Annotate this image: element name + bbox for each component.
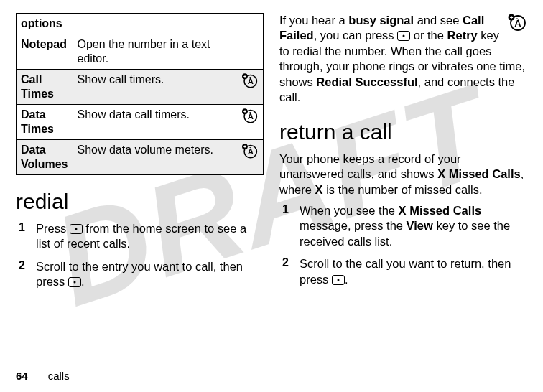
page-number: 64	[16, 370, 28, 382]
call-key-icon	[397, 31, 410, 41]
text: When you see the	[300, 204, 399, 217]
step-number: 2	[282, 256, 292, 287]
options-table: options NotepadOpen the number in a text…	[16, 13, 264, 175]
step-number: 1	[19, 221, 29, 252]
svg-text:À: À	[248, 77, 254, 85]
return-call-heading: return a call	[279, 120, 527, 144]
x-missed-calls-label: X Missed Calls	[437, 167, 521, 180]
text: and see	[414, 14, 463, 27]
table-row: Call TimesShow call timers.À+	[17, 70, 264, 105]
text: Show data volume meters.	[78, 144, 213, 156]
svg-text:+: +	[243, 109, 246, 114]
page-footer: 64calls	[16, 370, 70, 382]
section-name: calls	[48, 370, 70, 382]
operator-dependent-icon: À+	[240, 108, 259, 123]
text: or the	[410, 29, 447, 42]
return-call-body: Your phone keeps a record of your unansw…	[279, 151, 527, 197]
intro-paragraph: À+ If you hear a busy signal and see Cal…	[279, 13, 527, 106]
option-description: Show data call timers.À+	[73, 105, 264, 140]
option-label: Data Volumes	[17, 140, 73, 175]
text: , you can press	[314, 29, 397, 42]
text: Show data call timers.	[78, 108, 190, 121]
text: is the number of missed calls.	[323, 183, 483, 196]
step-number: 2	[19, 259, 29, 290]
text: Show call timers.	[78, 73, 164, 85]
options-header: options	[17, 14, 264, 34]
operator-dependent-icon: À+	[240, 143, 259, 159]
view-key-label: View	[407, 219, 433, 232]
step-text: Scroll to the entry you want to call, th…	[36, 259, 264, 290]
option-description: Show data volume meters.À+	[73, 140, 264, 175]
redial-step-1: 1 Press from the home screen to see a li…	[16, 221, 264, 252]
x-label: X	[315, 183, 323, 196]
option-label: Call Times	[17, 70, 73, 105]
step-text: Press from the home screen to see a list…	[36, 221, 264, 252]
svg-text:À: À	[514, 18, 521, 29]
text: Open the number in a text editor.	[78, 38, 210, 65]
text: Scroll to the entry you want to call, th…	[36, 260, 243, 288]
redial-successful-label: Redial Successful	[316, 75, 417, 88]
step-text: When you see the X Missed Calls message,…	[300, 203, 527, 249]
text: If you hear a	[279, 14, 348, 27]
call-key-icon	[68, 277, 81, 287]
return-step-1: 1 When you see the X Missed Calls messag…	[279, 203, 527, 249]
text: .	[81, 275, 85, 288]
redial-heading: redial	[16, 190, 264, 214]
call-key-icon	[70, 224, 83, 234]
step-number: 1	[282, 203, 292, 249]
retry-label: Retry	[447, 29, 478, 42]
text: Press	[36, 222, 70, 235]
step-text: Scroll to the call you want to return, t…	[300, 256, 527, 287]
text: Your phone keeps a record of your unansw…	[279, 152, 461, 180]
svg-text:+: +	[243, 74, 246, 79]
svg-text:+: +	[510, 14, 514, 21]
table-row: NotepadOpen the number in a text editor.	[17, 34, 264, 70]
option-description: Open the number in a text editor.	[73, 34, 264, 70]
return-step-2: 2 Scroll to the call you want to return,…	[279, 256, 527, 287]
x-missed-calls-label: X Missed Calls	[399, 204, 482, 217]
option-description: Show call timers.À+	[73, 70, 264, 105]
redial-step-2: 2 Scroll to the entry you want to call, …	[16, 259, 264, 290]
call-key-icon	[332, 275, 345, 285]
operator-dependent-icon: À+	[240, 73, 259, 88]
operator-dependent-icon: À+	[506, 13, 527, 32]
left-column: options NotepadOpen the number in a text…	[16, 13, 264, 297]
svg-text:À: À	[248, 147, 254, 156]
page-columns: options NotepadOpen the number in a text…	[0, 0, 543, 297]
table-row: Data VolumesShow data volume meters.À+	[17, 140, 264, 175]
text: .	[345, 273, 348, 286]
option-label: Notepad	[17, 34, 73, 70]
svg-text:À: À	[248, 112, 254, 121]
busy-signal-label: busy signal	[348, 14, 414, 27]
option-label: Data Times	[17, 105, 73, 140]
text: message, press the	[300, 219, 407, 232]
svg-text:+: +	[243, 144, 246, 149]
right-column: À+ If you hear a busy signal and see Cal…	[279, 13, 527, 297]
table-row: Data TimesShow data call timers.À+	[17, 105, 264, 140]
